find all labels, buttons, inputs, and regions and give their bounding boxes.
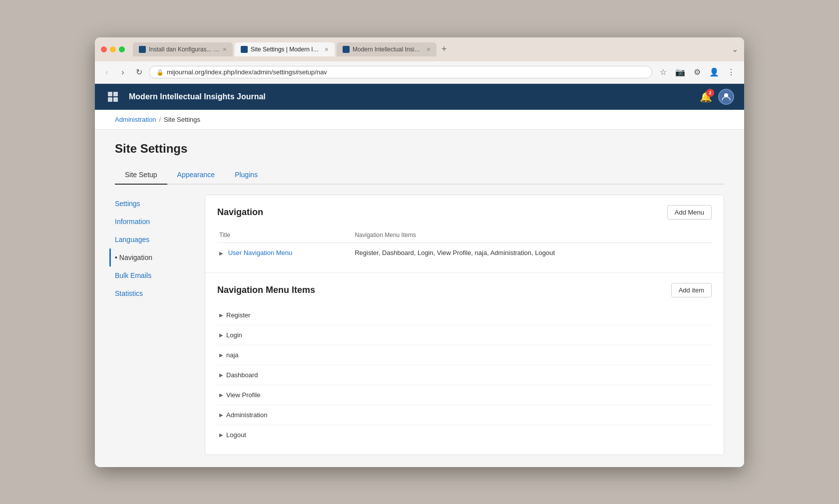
main-panel: Navigation Add Menu Title Navigation Men… bbox=[205, 195, 724, 455]
tab-plugins[interactable]: Plugins bbox=[225, 166, 268, 185]
page-tabs: Site Setup Appearance Plugins bbox=[115, 166, 724, 185]
menu-item-view-profile: ▶ View Profile bbox=[217, 385, 712, 405]
minimize-window-btn[interactable] bbox=[110, 46, 116, 52]
menu-item-label-dashboard: Dashboard bbox=[226, 371, 710, 379]
menu-item-label-register: Register bbox=[226, 311, 710, 319]
nav-menu-items-header: Navigation Menu Items Add item bbox=[217, 283, 712, 297]
app-header-left: Modern Intellectual Insights Journal bbox=[105, 89, 266, 105]
sidebar-item-navigation[interactable]: • Navigation bbox=[109, 249, 195, 266]
expand-logout-icon[interactable]: ▶ bbox=[219, 432, 223, 438]
nav-menu-items-heading: Navigation Menu Items bbox=[217, 285, 315, 295]
svg-rect-3 bbox=[113, 97, 118, 102]
profile-button[interactable]: 👤 bbox=[707, 65, 721, 79]
browser-actions: ☆ 📷 ⚙ 👤 ⋮ bbox=[656, 65, 738, 79]
forward-button[interactable]: › bbox=[117, 66, 129, 78]
navigation-section-header: Navigation Add Menu bbox=[217, 205, 712, 220]
breadcrumb-separator: / bbox=[159, 116, 161, 123]
nav-table-cell-items: Register, Dashboard, Login, View Profile… bbox=[353, 243, 712, 262]
svg-rect-1 bbox=[113, 92, 118, 96]
tab-title-1: Install dan Konfiguras... | Boo... bbox=[149, 46, 220, 53]
svg-rect-2 bbox=[108, 97, 112, 102]
app-container: Modern Intellectual Insights Journal 🔔 2… bbox=[95, 84, 744, 467]
nav-table-cell-title: ▶ User Navigation Menu bbox=[217, 243, 353, 262]
browser-tab-2[interactable]: Site Settings | Modern Intelle... × bbox=[235, 42, 335, 56]
app-header-right: 🔔 2 bbox=[700, 89, 734, 105]
tab-close-1[interactable]: × bbox=[223, 45, 227, 53]
maximize-window-btn[interactable] bbox=[119, 46, 125, 52]
reload-button[interactable]: ↻ bbox=[133, 66, 145, 78]
menu-item-logout: ▶ Logout bbox=[217, 425, 712, 445]
back-button[interactable]: ‹ bbox=[101, 66, 113, 78]
tab-favicon-2 bbox=[241, 46, 248, 53]
tab-menu-button[interactable]: ⌄ bbox=[732, 44, 738, 54]
address-bar: ‹ › ↻ 🔒 mijournal.org/index.php/index/ad… bbox=[95, 61, 744, 84]
menu-items-list: ▶ Register ▶ Login ▶ naja bbox=[217, 305, 712, 445]
tab-site-setup[interactable]: Site Setup bbox=[115, 166, 167, 185]
user-nav-menu-link[interactable]: User Navigation Menu bbox=[228, 249, 293, 256]
screenshot-button[interactable]: 📷 bbox=[673, 65, 687, 79]
tab-appearance[interactable]: Appearance bbox=[167, 166, 225, 185]
menu-item-register: ▶ Register bbox=[217, 305, 712, 325]
tab-close-2[interactable]: × bbox=[325, 45, 329, 53]
sidebar-item-settings[interactable]: Settings bbox=[115, 195, 195, 213]
user-avatar-button[interactable] bbox=[718, 89, 734, 105]
title-bar: Install dan Konfiguras... | Boo... × Sit… bbox=[95, 37, 744, 61]
bookmark-button[interactable]: ☆ bbox=[656, 65, 670, 79]
navigation-heading: Navigation bbox=[217, 207, 263, 218]
breadcrumb-admin-link[interactable]: Administration bbox=[115, 116, 156, 123]
sidebar-nav: Settings Information Languages • Navigat… bbox=[115, 195, 195, 455]
expand-login-icon[interactable]: ▶ bbox=[219, 332, 223, 338]
menu-item-administration: ▶ Administration bbox=[217, 405, 712, 425]
menu-item-naja: ▶ naja bbox=[217, 345, 712, 365]
expand-naja-icon[interactable]: ▶ bbox=[219, 352, 223, 358]
app-header: Modern Intellectual Insights Journal 🔔 2 bbox=[95, 84, 744, 110]
expand-icon[interactable]: ▶ bbox=[219, 251, 223, 256]
new-tab-button[interactable]: + bbox=[438, 43, 450, 55]
extension-button[interactable]: ⚙ bbox=[690, 65, 704, 79]
browser-tab-3[interactable]: Modern Intellectual Insights J... × bbox=[337, 42, 436, 56]
expand-register-icon[interactable]: ▶ bbox=[219, 312, 223, 318]
expand-administration-icon[interactable]: ▶ bbox=[219, 412, 223, 418]
menu-item-label-logout: Logout bbox=[226, 431, 710, 439]
browser-tabs-bar: Install dan Konfiguras... | Boo... × Sit… bbox=[133, 42, 738, 56]
content-area: Settings Information Languages • Navigat… bbox=[115, 195, 724, 455]
tab-close-3[interactable]: × bbox=[426, 45, 430, 53]
add-item-button[interactable]: Add item bbox=[671, 283, 712, 297]
main-content: Site Settings Site Setup Appearance Plug… bbox=[95, 130, 744, 467]
close-window-btn[interactable] bbox=[101, 46, 107, 52]
tab-title-2: Site Settings | Modern Intelle... bbox=[251, 46, 322, 53]
tab-favicon-3 bbox=[343, 46, 350, 53]
app-title: Modern Intellectual Insights Journal bbox=[129, 92, 266, 101]
nav-menu-items-section: Navigation Menu Items Add item ▶ Registe… bbox=[205, 273, 724, 455]
add-menu-button[interactable]: Add Menu bbox=[667, 205, 712, 220]
sidebar-item-languages[interactable]: Languages bbox=[115, 231, 195, 249]
expand-dashboard-icon[interactable]: ▶ bbox=[219, 372, 223, 378]
traffic-lights bbox=[101, 46, 125, 52]
browser-tab-1[interactable]: Install dan Konfiguras... | Boo... × bbox=[133, 42, 233, 56]
sidebar-active-indicator: • bbox=[115, 253, 119, 261]
menu-item-label-administration: Administration bbox=[226, 411, 710, 419]
nav-table-row: ▶ User Navigation Menu Register, Dashboa… bbox=[217, 243, 712, 262]
tab-favicon-1 bbox=[139, 46, 146, 53]
menu-item-label-naja: naja bbox=[226, 351, 710, 359]
navigation-table: Title Navigation Menu Items ▶ User Navig… bbox=[217, 228, 712, 262]
more-button[interactable]: ⋮ bbox=[724, 65, 738, 79]
col-title-header: Title bbox=[217, 228, 353, 243]
menu-item-label-view-profile: View Profile bbox=[226, 391, 710, 399]
breadcrumb-current: Site Settings bbox=[164, 116, 200, 123]
address-text: mijournal.org/index.php/index/admin/sett… bbox=[167, 68, 645, 76]
sidebar-item-information[interactable]: Information bbox=[115, 213, 195, 231]
sidebar-item-bulk-emails[interactable]: Bulk Emails bbox=[115, 266, 195, 284]
menu-item-label-login: Login bbox=[226, 331, 710, 339]
sidebar-item-statistics[interactable]: Statistics bbox=[115, 284, 195, 302]
app-logo-icon bbox=[105, 89, 121, 105]
lock-icon: 🔒 bbox=[156, 69, 164, 76]
address-input[interactable]: 🔒 mijournal.org/index.php/index/admin/se… bbox=[149, 66, 652, 78]
navigation-section: Navigation Add Menu Title Navigation Men… bbox=[205, 195, 724, 273]
tab-title-3: Modern Intellectual Insights J... bbox=[353, 46, 423, 53]
menu-item-dashboard: ▶ Dashboard bbox=[217, 365, 712, 385]
col-nav-items-header: Navigation Menu Items bbox=[353, 228, 712, 243]
page-title: Site Settings bbox=[115, 142, 724, 156]
notification-button[interactable]: 🔔 2 bbox=[700, 91, 712, 103]
expand-view-profile-icon[interactable]: ▶ bbox=[219, 392, 223, 398]
